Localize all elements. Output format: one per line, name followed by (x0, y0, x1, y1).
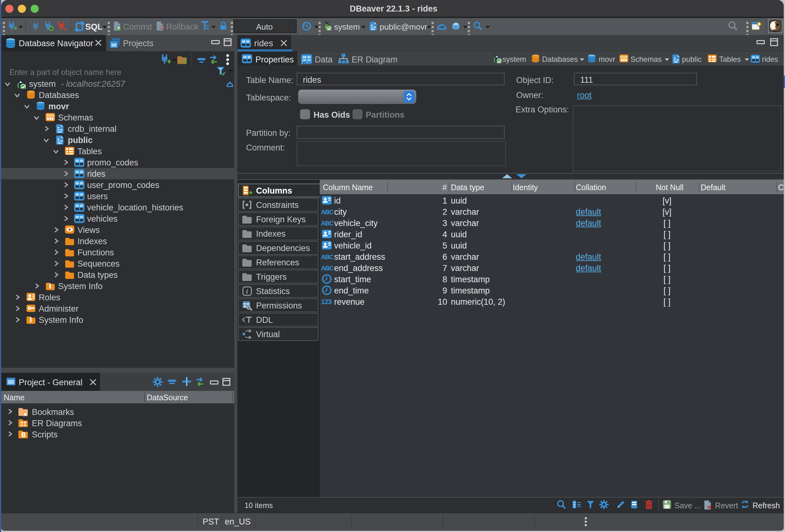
svg-text:i: i (246, 287, 248, 295)
